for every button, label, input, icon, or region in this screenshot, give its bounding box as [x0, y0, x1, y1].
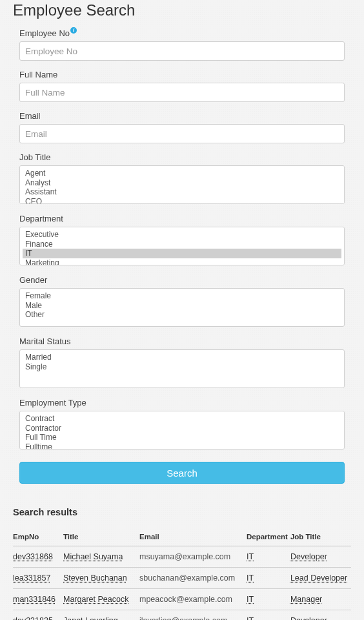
full-name-input[interactable] [19, 83, 345, 102]
department-cell: IT [247, 610, 290, 620]
empno-cell: lea331857 [13, 568, 63, 589]
job-title-cell: Manager [290, 589, 351, 610]
table-row: man331846Margaret Peacockmpeacock@exampl… [13, 589, 351, 610]
gender-field: Gender FemaleMaleOther [19, 275, 345, 327]
job-title-field: Job Title AgentAnalystAssistantCEO [19, 152, 345, 205]
table-row: dev331868Michael Suyamamsuyama@example.c… [13, 546, 351, 568]
email-label: Email [19, 111, 345, 121]
job-title-label: Job Title [19, 152, 345, 162]
employment-type-select[interactable]: ContractContractorFull TimeFulltime [19, 411, 345, 450]
marital-status-field: Marital Status MarriedSingle [19, 336, 345, 389]
title-cell: Janet Leverling [63, 610, 139, 620]
page-title: Employee Search [13, 1, 351, 19]
title-link[interactable]: Janet Leverling [63, 616, 118, 620]
title-link[interactable]: Steven Buchanan [63, 574, 127, 583]
select-option[interactable]: Contract [23, 414, 341, 423]
col-empno: EmpNo [13, 529, 63, 546]
select-option[interactable]: Agent [23, 169, 341, 178]
col-department: Department [247, 529, 290, 546]
full-name-field: Full Name [19, 70, 345, 102]
department-label: Department [19, 214, 345, 223]
email-cell: sbuchanan@example.com [139, 568, 247, 589]
employee-no-label-text: Employee No [19, 28, 70, 38]
job-title-link[interactable]: Lead Developer [290, 574, 347, 583]
job-title-select[interactable]: AgentAnalystAssistantCEO [19, 165, 345, 204]
table-row: lea331857Steven Buchanansbuchanan@exampl… [13, 568, 351, 589]
full-name-label: Full Name [19, 70, 345, 79]
job-title-link[interactable]: Developer [290, 616, 327, 620]
select-option[interactable]: IT [23, 249, 341, 258]
department-cell: IT [247, 568, 290, 589]
select-option[interactable]: Marketing [23, 258, 341, 266]
button-row: Search [19, 462, 345, 484]
email-cell: msuyama@example.com [139, 546, 247, 568]
select-option[interactable]: Other [23, 310, 341, 319]
search-form: Employee Noi Full Name Email Job Title A… [13, 28, 351, 484]
select-option[interactable]: Contractor [23, 424, 341, 433]
select-option[interactable]: Executive [23, 230, 341, 239]
search-results-heading: Search results [13, 507, 351, 517]
department-link[interactable]: IT [247, 595, 254, 604]
job-title-cell: Developer [290, 610, 351, 620]
empno-link[interactable]: lea331857 [13, 574, 50, 583]
email-cell: mpeacock@example.com [139, 589, 247, 610]
select-option[interactable]: CEO [23, 197, 341, 205]
marital-status-select[interactable]: MarriedSingle [19, 349, 345, 388]
empno-link[interactable]: dev331868 [13, 552, 53, 561]
select-option[interactable]: Full Time [23, 433, 341, 442]
table-row: dev331835Janet Leverlingjleverling@examp… [13, 610, 351, 620]
select-option[interactable]: Single [23, 362, 341, 371]
select-option[interactable]: Finance [23, 240, 341, 249]
select-option[interactable]: Fulltime [23, 442, 341, 450]
info-icon[interactable]: i [70, 27, 77, 34]
search-button[interactable]: Search [19, 462, 345, 484]
results-header-row: EmpNo Title Email Department Job Title [13, 529, 351, 546]
department-link[interactable]: IT [247, 574, 254, 583]
employment-type-field: Employment Type ContractContractorFull T… [19, 398, 345, 450]
results-tbody: dev331868Michael Suyamamsuyama@example.c… [13, 546, 351, 620]
employee-no-input[interactable] [19, 41, 345, 61]
job-title-cell: Developer [290, 546, 351, 568]
select-option[interactable]: Female [23, 291, 341, 300]
department-cell: IT [247, 589, 290, 610]
search-results-section: Search results EmpNo Title Email Departm… [13, 507, 351, 620]
email-input[interactable] [19, 124, 345, 143]
department-cell: IT [247, 546, 290, 568]
employment-type-label: Employment Type [19, 398, 345, 408]
email-field: Email [19, 111, 345, 143]
gender-select[interactable]: FemaleMaleOther [19, 288, 345, 327]
empno-cell: man331846 [13, 589, 63, 610]
employee-no-label: Employee Noi [19, 28, 345, 38]
select-option[interactable]: Assistant [23, 187, 341, 196]
select-option[interactable]: Married [23, 353, 341, 362]
select-option[interactable]: Male [23, 301, 341, 310]
select-option[interactable]: Analyst [23, 178, 341, 187]
col-job-title: Job Title [290, 529, 351, 546]
marital-status-label: Marital Status [19, 336, 345, 346]
title-cell: Steven Buchanan [63, 568, 139, 589]
empno-link[interactable]: dev331835 [13, 616, 53, 620]
results-table: EmpNo Title Email Department Job Title d… [13, 529, 351, 620]
empno-cell: dev331868 [13, 546, 63, 568]
job-title-link[interactable]: Developer [290, 552, 327, 561]
empno-cell: dev331835 [13, 610, 63, 620]
title-link[interactable]: Michael Suyama [63, 552, 123, 561]
department-field: Department ExecutiveFinanceITMarketing [19, 214, 345, 266]
employee-no-field: Employee Noi [19, 28, 345, 61]
title-cell: Margaret Peacock [63, 589, 139, 610]
department-link[interactable]: IT [247, 552, 254, 561]
gender-label: Gender [19, 275, 345, 285]
department-select[interactable]: ExecutiveFinanceITMarketing [19, 227, 345, 265]
email-cell: jleverling@example.com [139, 610, 247, 620]
col-title: Title [63, 529, 139, 546]
job-title-link[interactable]: Manager [290, 595, 322, 604]
department-link[interactable]: IT [247, 616, 254, 620]
empno-link[interactable]: man331846 [13, 595, 56, 604]
title-cell: Michael Suyama [63, 546, 139, 568]
col-email: Email [139, 529, 247, 546]
job-title-cell: Lead Developer [290, 568, 351, 589]
title-link[interactable]: Margaret Peacock [63, 595, 128, 604]
